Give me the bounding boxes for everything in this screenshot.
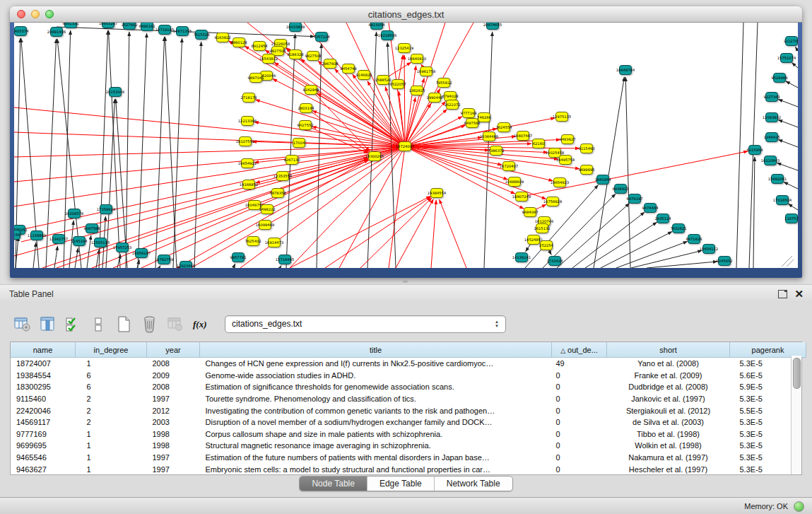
tab-node-table[interactable]: Node Table xyxy=(300,477,367,491)
network-node-label: 19654922 xyxy=(238,161,257,165)
cell-title: Corpus callosum shape and size in male p… xyxy=(200,428,552,440)
network-node-label: 8267130 xyxy=(283,158,300,162)
network-window-titlebar[interactable]: citations_edges.txt xyxy=(10,6,802,23)
cell-title: Investigating the contribution of common… xyxy=(200,404,552,416)
tab-network-table[interactable]: Network Table xyxy=(434,477,512,491)
network-node-label: 12325419 xyxy=(395,46,413,50)
network-node-label: 16543812 xyxy=(259,57,278,61)
network-node-label: 1112706 xyxy=(783,39,798,43)
network-edge xyxy=(405,66,416,146)
column-header-name[interactable]: name xyxy=(11,342,76,358)
network-edge xyxy=(64,30,71,268)
network-node-label: 20153346 xyxy=(106,90,124,94)
function-builder-icon[interactable]: f(x) xyxy=(191,315,210,334)
table-settings-icon[interactable] xyxy=(13,315,32,334)
network-node-label: 12213386 xyxy=(238,119,257,123)
column-visibility-icon[interactable] xyxy=(38,315,57,334)
network-edge xyxy=(601,232,672,268)
network-node-label: 16914473 xyxy=(265,240,283,245)
network-node-label: 7955812 xyxy=(435,81,452,85)
network-node-label: 9115460 xyxy=(578,146,594,151)
network-edge xyxy=(159,266,160,268)
column-header-year[interactable]: year xyxy=(147,342,200,358)
network-node-label: 18724007 xyxy=(396,144,414,148)
network-node-label: 15716485 xyxy=(276,257,294,262)
network-canvas[interactable]: 1405574208914069051331106532871527602646… xyxy=(14,23,798,268)
table-row[interactable]: 969969511998Structural magnetic resonanc… xyxy=(11,440,806,452)
table-row[interactable]: 946554611997Estimation of the future num… xyxy=(11,452,806,464)
cell-in_degree: 1 xyxy=(76,452,147,464)
network-edge xyxy=(631,250,702,268)
cell-name: 14569117 xyxy=(11,416,76,428)
network-node-label: 5878354 xyxy=(269,191,286,195)
memory-status-led xyxy=(794,501,804,512)
network-edge xyxy=(788,204,798,210)
network-node-label: 16782759 xyxy=(155,257,173,262)
network-edge xyxy=(126,32,129,268)
cell-short: Stergiakouli et al. (2012) xyxy=(607,404,730,416)
table-row[interactable]: 1938455462009Genome-wide association stu… xyxy=(11,370,806,382)
network-node-label: 10654112 xyxy=(700,247,718,251)
network-node-label: 8912954 xyxy=(251,44,268,48)
network-edge xyxy=(33,243,36,268)
table-scrollbar[interactable] xyxy=(791,356,801,474)
network-selector-dropdown[interactable]: citations_edges.txt ▲▼ xyxy=(225,315,506,333)
cell-title: Embryonic stem cells: a model to study s… xyxy=(200,463,552,475)
network-edge xyxy=(273,79,405,146)
table-row[interactable]: 1456911722003Disruption of a novel membe… xyxy=(11,416,806,428)
network-node-label: 20206576 xyxy=(65,211,83,216)
network-node-label: 10807487 xyxy=(514,134,532,138)
network-node-label: 9146821 xyxy=(355,73,372,77)
network-node-label: 17004 xyxy=(293,141,305,145)
cell-title: Structural magnetic resonance image aver… xyxy=(200,440,552,452)
network-node-label: 746266 xyxy=(477,115,491,119)
cell-year: 1998 xyxy=(147,428,200,440)
float-panel-icon[interactable] xyxy=(778,290,787,298)
network-node-label: 18300295 xyxy=(365,154,384,158)
cell-year: 2008 xyxy=(147,358,200,370)
table-row[interactable]: 1872400712008Changes of HCN gene express… xyxy=(11,358,806,370)
deselect-all-icon[interactable] xyxy=(89,315,108,334)
new-file-icon[interactable] xyxy=(114,315,134,334)
network-window: citations_edges.txt 14055742089140690513… xyxy=(10,6,802,278)
close-panel-icon[interactable]: ✕ xyxy=(794,289,804,299)
network-edge xyxy=(99,30,108,268)
delete-rows-icon[interactable] xyxy=(140,315,159,334)
network-node-label: 9699695 xyxy=(578,168,594,172)
table-row[interactable]: 911546021997Tourette syndrome. Phenomeno… xyxy=(11,393,806,405)
column-header-title[interactable]: title xyxy=(200,342,552,358)
network-node-label: 16961758 xyxy=(417,69,435,74)
citation-network-graph[interactable]: 1405574208914069051331106532871527602646… xyxy=(14,23,798,268)
network-edge xyxy=(440,199,466,268)
cell-name: 9463627 xyxy=(11,463,76,475)
network-node-label: 1615132 xyxy=(534,226,550,230)
network-node-label: 9097588 xyxy=(83,226,100,230)
table-scrollbar-thumb[interactable] xyxy=(793,358,801,389)
network-edge xyxy=(312,111,405,146)
network-node-label: 6497568 xyxy=(464,121,480,125)
table-row[interactable]: 2242004622012Investigating the contribut… xyxy=(11,404,806,416)
network-node-label: 9827508 xyxy=(305,54,321,58)
select-all-icon[interactable] xyxy=(64,315,83,334)
table-row[interactable]: 946362711997Embryonic stem cells: a mode… xyxy=(11,463,806,475)
network-node-label: 16033809 xyxy=(286,25,305,29)
network-edge xyxy=(753,157,755,268)
column-header-short[interactable]: short xyxy=(607,342,730,358)
network-edge xyxy=(777,163,798,170)
column-header-out_degree[interactable]: △out_de... xyxy=(552,342,607,358)
network-edge xyxy=(792,63,798,68)
network-node-label: 116753 xyxy=(784,216,798,221)
network-node-label: 10756928 xyxy=(543,199,562,204)
table-row[interactable]: 977716911998Corpus callosum shape and si… xyxy=(11,428,806,440)
table-row[interactable]: 1830029562008Estimation of significance … xyxy=(11,381,806,393)
network-node-label: 9245652 xyxy=(716,259,732,263)
network-edge xyxy=(290,146,405,268)
network-edge xyxy=(736,23,743,268)
column-header-in_degree[interactable]: in_degree xyxy=(76,342,147,358)
cell-year: 2008 xyxy=(147,381,200,393)
network-edge xyxy=(399,91,405,146)
network-node-label: 19218506 xyxy=(378,33,396,37)
tab-edge-table[interactable]: Edge Table xyxy=(367,477,434,491)
network-edge xyxy=(557,204,630,268)
panel-divider[interactable] xyxy=(0,278,812,284)
